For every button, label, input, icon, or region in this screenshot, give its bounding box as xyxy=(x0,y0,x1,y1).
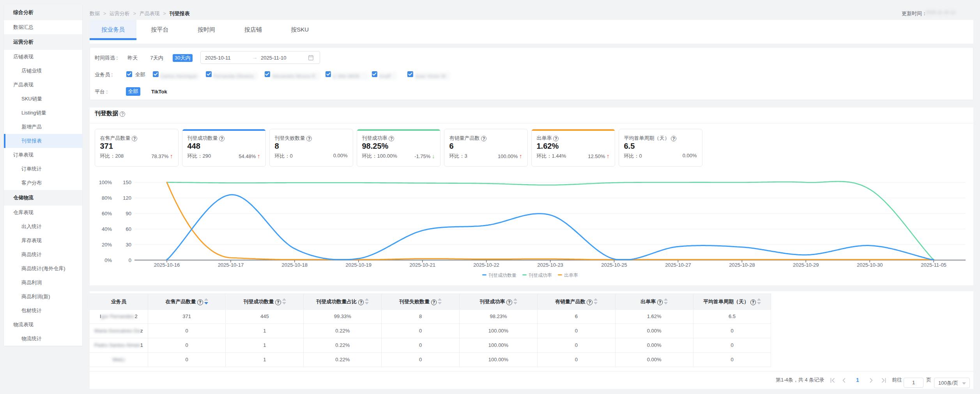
svg-text:20%: 20% xyxy=(102,242,112,248)
svg-text:0%: 0% xyxy=(104,257,112,263)
svg-text:80%: 80% xyxy=(102,195,112,201)
svg-text:刊登成功数量: 刊登成功数量 xyxy=(488,273,517,278)
svg-text:150: 150 xyxy=(123,179,131,185)
svg-text:2025-10-22: 2025-10-22 xyxy=(473,262,499,268)
svg-text:90: 90 xyxy=(126,211,131,216)
svg-text:2025-11-05: 2025-11-05 xyxy=(921,262,946,268)
svg-text:0: 0 xyxy=(129,257,131,263)
svg-text:2025-10-25: 2025-10-25 xyxy=(601,262,627,268)
svg-text:刊登成功率: 刊登成功率 xyxy=(529,273,552,278)
svg-text:2025-10-29: 2025-10-29 xyxy=(793,262,819,268)
svg-text:30: 30 xyxy=(126,242,131,248)
svg-text:出单率: 出单率 xyxy=(564,273,578,278)
svg-text:2025-10-21: 2025-10-21 xyxy=(409,262,435,268)
svg-text:60: 60 xyxy=(126,226,131,232)
svg-text:2025-10-30: 2025-10-30 xyxy=(857,262,883,268)
svg-text:2025-10-17: 2025-10-17 xyxy=(218,262,244,268)
svg-text:120: 120 xyxy=(123,195,131,201)
svg-text:2025-10-18: 2025-10-18 xyxy=(282,262,308,268)
svg-text:100%: 100% xyxy=(99,179,112,185)
svg-text:60%: 60% xyxy=(102,211,112,216)
svg-text:2025-10-28: 2025-10-28 xyxy=(729,262,755,268)
svg-text:2025-10-16: 2025-10-16 xyxy=(154,262,180,268)
svg-text:2025-10-23: 2025-10-23 xyxy=(537,262,563,268)
svg-text:2025-10-19: 2025-10-19 xyxy=(346,262,372,268)
svg-text:2025-10-27: 2025-10-27 xyxy=(665,262,691,268)
svg-text:40%: 40% xyxy=(102,226,112,232)
